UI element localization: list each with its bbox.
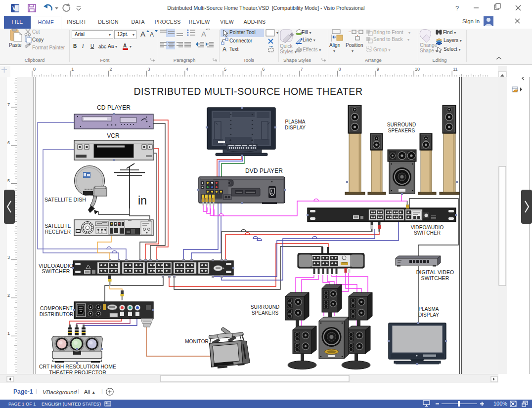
- svg-text:A: A: [140, 30, 145, 38]
- svg-text:0: 0: [33, 67, 36, 72]
- svg-text:PLASMA: PLASMA: [418, 306, 439, 312]
- svg-text:in: in: [138, 194, 147, 207]
- svg-text:SPEAKERS: SPEAKERS: [252, 310, 279, 316]
- svg-text:COMPONENT: COMPONENT: [40, 306, 73, 311]
- svg-text:9: 9: [377, 67, 379, 72]
- svg-text:▾: ▾: [276, 31, 278, 35]
- svg-text:3: 3: [7, 255, 10, 260]
- svg-text:SPEAKERS: SPEAKERS: [388, 128, 415, 133]
- svg-text:THEATER PROJECTOR: THEATER PROJECTOR: [49, 369, 106, 374]
- svg-text:?: ?: [455, 4, 459, 12]
- svg-text:DISTRIBUTOR: DISTRIBUTOR: [40, 312, 74, 317]
- svg-text:2: 2: [7, 293, 10, 298]
- svg-text:3: 3: [148, 67, 150, 72]
- svg-text:1: 1: [71, 67, 74, 72]
- svg-text:4: 4: [186, 67, 188, 72]
- svg-text:SWITCHER: SWITCHER: [414, 230, 441, 236]
- svg-text:DISTRIBUTED MULTI-SOURCE HOME: DISTRIBUTED MULTI-SOURCE HOME THEATER: [133, 86, 362, 97]
- svg-text:DISPLAY: DISPLAY: [285, 125, 306, 130]
- svg-text:6: 6: [262, 67, 265, 72]
- svg-text:8: 8: [339, 67, 341, 72]
- svg-text:10: 10: [415, 67, 420, 72]
- svg-text:VCR: VCR: [107, 132, 120, 139]
- svg-text:5: 5: [7, 178, 10, 183]
- svg-text:7: 7: [7, 102, 10, 107]
- svg-text:1: 1: [7, 331, 10, 336]
- svg-text:7: 7: [300, 67, 303, 72]
- svg-text:SWITCHER: SWITCHER: [42, 268, 70, 274]
- svg-text:CD PLAYER: CD PLAYER: [97, 104, 131, 111]
- svg-text:PLASMA: PLASMA: [285, 119, 305, 124]
- svg-text:100%: 100%: [493, 401, 507, 407]
- svg-text:RECEIVER: RECEIVER: [45, 229, 71, 235]
- svg-text:DVD PLAYER: DVD PLAYER: [245, 167, 283, 174]
- svg-text:SATELLITE DISH: SATELLITE DISH: [44, 197, 86, 203]
- svg-text:DIGITAL VIDEO: DIGITAL VIDEO: [416, 269, 454, 275]
- svg-text:SATELLITE: SATELLITE: [45, 223, 71, 229]
- svg-text:6: 6: [7, 140, 10, 145]
- svg-text:SWITCHER: SWITCHER: [421, 275, 449, 281]
- svg-text:A: A: [222, 46, 226, 53]
- svg-text:A: A: [150, 31, 154, 38]
- svg-text:DISPLAY: DISPLAY: [418, 312, 439, 318]
- svg-text:V: V: [12, 5, 16, 11]
- svg-text:VIDEO/AUDIO: VIDEO/AUDIO: [411, 225, 444, 230]
- svg-text:SURROUND: SURROUND: [387, 122, 416, 127]
- svg-text:CRT HIGH RESOLUTION HOME: CRT HIGH RESOLUTION HOME: [39, 364, 116, 369]
- svg-text:5: 5: [224, 67, 226, 72]
- svg-text:11: 11: [453, 67, 457, 72]
- svg-text:SURROUND: SURROUND: [251, 304, 280, 310]
- svg-text:MONITOR: MONITOR: [185, 339, 209, 344]
- svg-text:2: 2: [109, 67, 112, 72]
- svg-text:A: A: [201, 30, 206, 38]
